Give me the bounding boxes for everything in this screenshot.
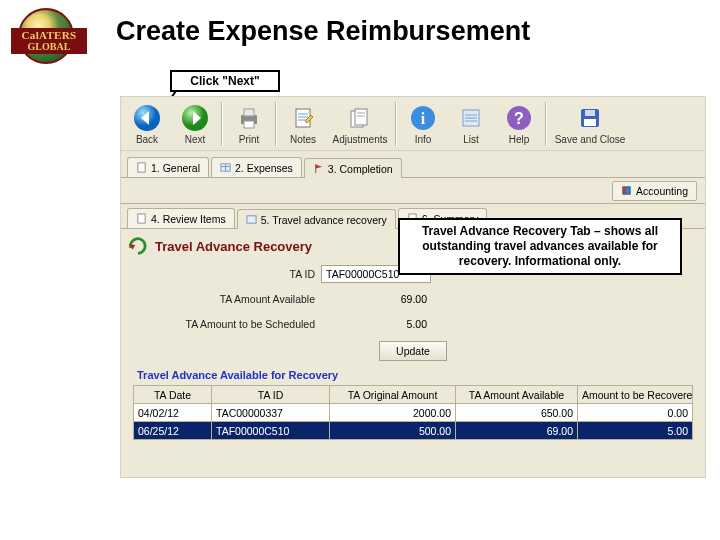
tab-general[interactable]: 1. General	[127, 157, 209, 177]
recovery-icon	[127, 235, 149, 257]
callout-click-next: Click "Next"	[170, 70, 280, 92]
cell-id: TAC00000337	[212, 404, 330, 422]
tab-expenses-label: 2. Expenses	[235, 162, 293, 174]
svg-rect-11	[355, 109, 367, 125]
toolbar-sep-2	[275, 102, 277, 146]
flag-icon	[313, 163, 324, 174]
help-icon: ?	[504, 103, 534, 133]
save-close-button[interactable]: Save and Close	[549, 99, 631, 149]
subtab-review-label: 4. Review Items	[151, 213, 226, 225]
callout-tar-description: Travel Advance Recovery Tab – shows all …	[398, 218, 682, 275]
print-button[interactable]: Print	[225, 99, 273, 149]
save-close-label: Save and Close	[555, 135, 626, 145]
help-label: Help	[509, 135, 530, 145]
next-label: Next	[185, 135, 206, 145]
book-icon	[621, 185, 632, 196]
info-label: Info	[415, 135, 432, 145]
list-label: List	[463, 135, 479, 145]
logo-text-1: CalATERS	[11, 28, 87, 42]
svg-rect-31	[623, 187, 626, 194]
recovery-form: TA ID TA Amount Available 69.00 TA Amoun…	[121, 261, 705, 446]
svg-rect-32	[138, 214, 145, 223]
th-orig[interactable]: TA Original Amount	[330, 386, 456, 404]
adjustments-label: Adjustments	[332, 135, 387, 145]
ta-avail-label: TA Amount Available	[131, 293, 321, 305]
tab-general-label: 1. General	[151, 162, 200, 174]
doc-icon	[136, 213, 147, 224]
cell-date: 06/25/12	[134, 422, 212, 440]
adjustments-icon	[345, 103, 375, 133]
cell-rec: 5.00	[578, 422, 693, 440]
list-icon	[456, 103, 486, 133]
print-label: Print	[239, 135, 260, 145]
notes-button[interactable]: Notes	[279, 99, 327, 149]
app-window: Back Next Print	[120, 96, 706, 478]
info-icon: i	[408, 103, 438, 133]
logo-text-2: GLOBAL	[11, 41, 87, 54]
th-avail[interactable]: TA Amount Available	[456, 386, 578, 404]
toolbar-sep-3	[395, 102, 397, 146]
accounting-label: Accounting	[636, 185, 688, 197]
tab-completion-label: 3. Completion	[328, 163, 393, 175]
th-id[interactable]: TA ID	[212, 386, 330, 404]
list-button[interactable]: List	[447, 99, 495, 149]
toolbar: Back Next Print	[121, 97, 705, 151]
svg-text:i: i	[421, 110, 426, 127]
tab-expenses[interactable]: 2. Expenses	[211, 157, 302, 177]
cell-orig: 2000.00	[330, 404, 456, 422]
cell-date: 04/02/12	[134, 404, 212, 422]
toolbar-sep-1	[221, 102, 223, 146]
cell-rec: 0.00	[578, 404, 693, 422]
grid-icon	[220, 162, 231, 173]
svg-rect-33	[247, 216, 256, 223]
svg-rect-25	[138, 163, 145, 172]
cell-orig: 500.00	[330, 422, 456, 440]
svg-rect-24	[584, 119, 596, 126]
tab-completion[interactable]: 3. Completion	[304, 158, 402, 178]
subtab-tar-label: 5. Travel advance recovery	[261, 214, 387, 226]
next-icon	[180, 103, 210, 133]
info-button[interactable]: i Info	[399, 99, 447, 149]
accounting-button[interactable]: Accounting	[612, 181, 697, 201]
save-icon	[575, 103, 605, 133]
next-button[interactable]: Next	[171, 99, 219, 149]
table-row[interactable]: 06/25/12 TAF00000C510 500.00 69.00 5.00	[134, 422, 693, 440]
toolbar-sep-4	[545, 102, 547, 146]
cell-avail: 650.00	[456, 404, 578, 422]
th-date[interactable]: TA Date	[134, 386, 212, 404]
app-logo: CalATERS GLOBAL	[10, 8, 88, 64]
table-header-row: TA Date TA ID TA Original Amount TA Amou…	[134, 386, 693, 404]
back-icon	[132, 103, 162, 133]
grid-icon	[246, 214, 257, 225]
print-icon	[234, 103, 264, 133]
subtab-review-items[interactable]: 4. Review Items	[127, 208, 235, 228]
doc-icon	[136, 162, 147, 173]
subtab-travel-advance-recovery[interactable]: 5. Travel advance recovery	[237, 209, 396, 229]
ta-avail-value: 69.00	[321, 293, 431, 305]
svg-rect-4	[244, 109, 254, 116]
notes-icon	[288, 103, 318, 133]
section-label: Travel Advance Available for Recovery	[131, 367, 695, 385]
page-title: Create Expense Reimbursement	[116, 18, 530, 45]
back-button[interactable]: Back	[123, 99, 171, 149]
cell-id: TAF00000C510	[212, 422, 330, 440]
back-label: Back	[136, 135, 158, 145]
ta-sched-label: TA Amount to be Scheduled	[131, 318, 321, 330]
advances-table: TA Date TA ID TA Original Amount TA Amou…	[133, 385, 693, 440]
table-row[interactable]: 04/02/12 TAC00000337 2000.00 650.00 0.00	[134, 404, 693, 422]
main-tab-row: 1. General 2. Expenses 3. Completion	[121, 151, 705, 178]
adjustments-button[interactable]: Adjustments	[327, 99, 393, 149]
ta-sched-value: 5.00	[321, 318, 431, 330]
svg-rect-23	[585, 110, 595, 116]
svg-text:?: ?	[514, 110, 524, 127]
update-button[interactable]: Update	[379, 341, 447, 361]
ta-id-label: TA ID	[131, 268, 321, 280]
notes-label: Notes	[290, 135, 316, 145]
cell-avail: 69.00	[456, 422, 578, 440]
svg-rect-5	[244, 121, 254, 128]
help-button[interactable]: ? Help	[495, 99, 543, 149]
th-rec[interactable]: Amount to be Recovered	[578, 386, 693, 404]
secondary-strip: Accounting	[121, 178, 705, 204]
panel-title: Travel Advance Recovery	[155, 239, 312, 254]
